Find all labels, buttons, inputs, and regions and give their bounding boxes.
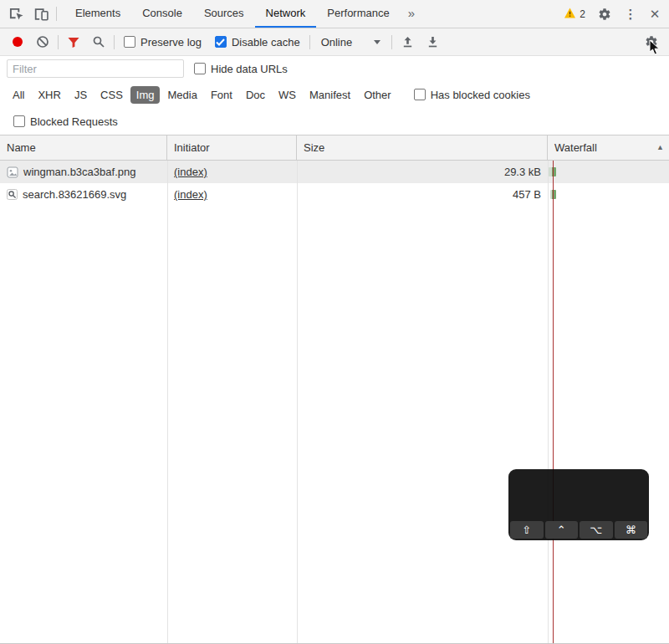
toolbar-divider	[391, 35, 392, 49]
request-name-cell: search.83621669.svg	[0, 188, 167, 201]
preserve-log-checkbox[interactable]: Preserve log	[124, 36, 202, 49]
svg-file-magnifier-icon	[7, 189, 18, 200]
export-download-icon	[426, 36, 439, 49]
resource-type-filter-row: All XHR JS CSS Img Media Font Doc WS Man…	[0, 81, 669, 108]
column-header-size[interactable]: Size	[297, 135, 548, 160]
toolbar-divider	[309, 35, 310, 49]
column-divider	[297, 161, 298, 643]
waterfall-bar	[549, 167, 556, 176]
search-button[interactable]	[86, 35, 111, 49]
filter-type-all[interactable]: All	[7, 86, 30, 104]
record-network-log-button[interactable]	[5, 37, 30, 47]
blocked-requests-label: Blocked Requests	[30, 115, 118, 128]
devtools-window: Elements Console Sources Network Perform…	[0, 0, 669, 644]
chevron-down-icon	[374, 40, 380, 44]
request-initiator-cell: (index)	[167, 188, 297, 201]
initiator-link[interactable]: (index)	[174, 188, 207, 201]
table-row[interactable]: search.83621669.svg (index) 457 B	[0, 183, 669, 206]
warning-triangle-icon	[564, 8, 576, 21]
initiator-link[interactable]: (index)	[174, 166, 207, 178]
tab-console[interactable]: Console	[131, 0, 193, 28]
hide-data-urls-label: Hide data URLs	[211, 63, 288, 75]
filter-type-xhr[interactable]: XHR	[32, 86, 66, 104]
throttling-value: Online	[321, 36, 353, 49]
export-har-button[interactable]	[420, 36, 445, 49]
table-row[interactable]: wingman.b3ca3baf.png (index) 29.3 kB	[0, 161, 669, 183]
issues-warning-badge[interactable]: 2	[559, 8, 590, 21]
has-blocked-cookies-checkbox[interactable]: Has blocked cookies	[414, 89, 530, 101]
tab-performance[interactable]: Performance	[316, 0, 400, 28]
shift-key-icon: ⇧	[510, 521, 544, 539]
sort-ascending-icon: ▲	[656, 144, 664, 151]
disable-cache-label: Disable cache	[232, 36, 300, 49]
clear-network-log-button[interactable]	[30, 35, 55, 49]
filter-type-ws[interactable]: WS	[273, 86, 302, 104]
import-har-button[interactable]	[395, 36, 420, 49]
filter-type-img[interactable]: Img	[130, 86, 161, 104]
checkbox-unchecked-icon	[414, 89, 426, 100]
requests-table-body: wingman.b3ca3baf.png (index) 29.3 kB sea…	[0, 161, 669, 643]
request-name: search.83621669.svg	[23, 188, 126, 201]
filter-type-manifest[interactable]: Manifest	[304, 86, 356, 104]
device-toolbar-button[interactable]	[28, 0, 54, 28]
filter-type-css[interactable]: CSS	[94, 86, 129, 104]
request-size: 29.3 kB	[297, 166, 548, 178]
waterfall-header-label: Waterfall	[554, 141, 597, 154]
request-name-cell: wingman.b3ca3baf.png	[0, 166, 167, 178]
clear-icon	[36, 35, 49, 49]
load-event-line	[553, 161, 554, 643]
checkbox-unchecked-icon	[124, 36, 135, 48]
settings-button[interactable]	[592, 8, 617, 21]
waterfall-bar	[550, 190, 556, 199]
panel-tabs: Elements Console Sources Network Perform…	[64, 0, 422, 28]
inspect-element-button[interactable]	[3, 0, 28, 28]
blocked-requests-row: Blocked Requests	[0, 108, 669, 135]
network-toolbar: Preserve log Disable cache Online	[0, 28, 669, 56]
hide-data-urls-checkbox[interactable]: Hide data URLs	[194, 63, 288, 75]
filter-type-media[interactable]: Media	[161, 86, 202, 104]
more-tabs-button[interactable]: »	[401, 0, 422, 28]
request-size: 457 B	[297, 188, 548, 201]
toolbar-divider	[58, 35, 59, 49]
image-file-icon	[7, 166, 18, 178]
filter-row: Hide data URLs	[0, 56, 669, 81]
filter-input[interactable]	[7, 59, 184, 78]
gear-icon	[598, 8, 611, 21]
keycast-overlay: ⇧ ⌃ ⌥ ⌘	[508, 469, 649, 540]
option-key-icon: ⌥	[580, 521, 613, 539]
tab-network[interactable]: Network	[255, 0, 317, 28]
devtools-tabbar: Elements Console Sources Network Perform…	[0, 0, 669, 28]
preserve-log-label: Preserve log	[140, 36, 202, 49]
close-devtools-button[interactable]: ✕	[644, 7, 666, 22]
tab-elements[interactable]: Elements	[64, 0, 131, 28]
filter-type-js[interactable]: JS	[69, 86, 93, 104]
column-header-initiator[interactable]: Initiator	[167, 135, 297, 160]
column-divider	[167, 161, 168, 643]
column-header-name[interactable]: Name	[0, 135, 167, 160]
command-key-icon: ⌘	[615, 521, 648, 539]
toolbar-divider	[56, 7, 57, 21]
disable-cache-checkbox[interactable]: Disable cache	[215, 36, 300, 49]
has-blocked-cookies-label: Has blocked cookies	[431, 89, 530, 101]
blocked-requests-checkbox[interactable]: Blocked Requests	[13, 115, 118, 128]
checkbox-unchecked-icon	[194, 63, 206, 74]
search-icon	[92, 35, 105, 49]
filter-toggle-button[interactable]	[61, 36, 86, 49]
modifier-keys-row: ⇧ ⌃ ⌥ ⌘	[508, 519, 649, 540]
toolbar-divider	[114, 35, 115, 49]
more-options-menu-button[interactable]: ⋮	[620, 7, 641, 22]
network-settings-button[interactable]	[639, 35, 664, 49]
filter-type-doc[interactable]: Doc	[240, 86, 271, 104]
column-header-waterfall[interactable]: Waterfall ▲	[548, 135, 669, 160]
import-upload-icon	[401, 36, 414, 49]
filter-funnel-icon	[67, 36, 80, 49]
request-name: wingman.b3ca3baf.png	[23, 166, 135, 178]
filter-type-font[interactable]: Font	[205, 86, 238, 104]
request-initiator-cell: (index)	[167, 166, 297, 178]
checkbox-unchecked-icon	[13, 115, 25, 127]
throttling-select[interactable]: Online	[314, 34, 388, 50]
filter-type-other[interactable]: Other	[358, 86, 397, 104]
gear-icon	[645, 35, 658, 49]
tab-sources[interactable]: Sources	[193, 0, 255, 28]
device-toolbar-icon	[33, 7, 49, 21]
